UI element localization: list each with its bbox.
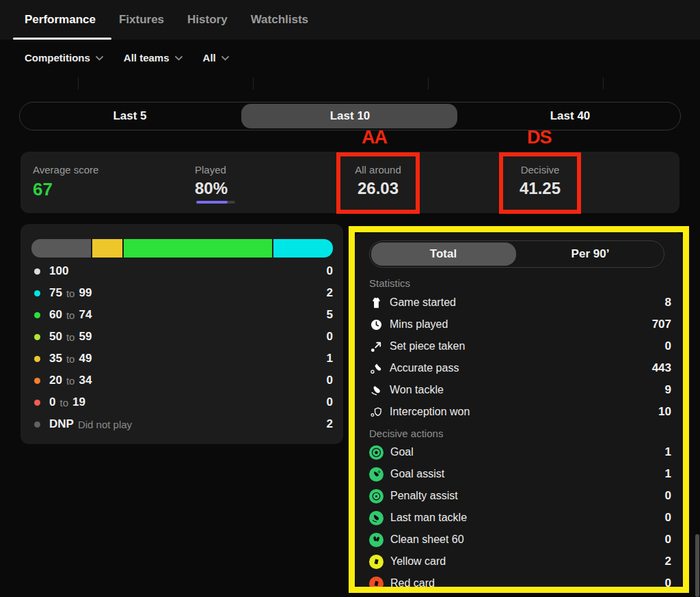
decisive-value: 41.25 (499, 179, 581, 198)
bar-segment-60to74 (124, 239, 273, 258)
pass-icon (369, 361, 383, 375)
legend-dot (34, 378, 40, 384)
legend-row-dnp: DNP Did not play 2 (34, 413, 333, 435)
legend-row-0to19: 0 to 19 0 (34, 391, 333, 413)
stat-row-goal: Goal 1 (369, 441, 677, 463)
bar-segment-35to49 (92, 239, 122, 258)
tab-watchlists[interactable]: Watchlists (251, 13, 308, 27)
gloves-icon (369, 533, 383, 547)
tackle-icon (369, 383, 383, 397)
column-divider (603, 77, 604, 89)
column-divider (253, 77, 254, 89)
average-score-label: Average score (33, 164, 98, 176)
legend-row-20to34: 20 to 34 0 (34, 370, 333, 391)
summary-card: Average score 67 Played 80% All around 2… (21, 152, 679, 213)
legend-dot (34, 356, 40, 362)
assist-icon (369, 467, 383, 482)
tab-per-90[interactable]: Per 90’ (517, 247, 664, 261)
stat-row-interception: Interception won 10 (369, 401, 677, 423)
column-divider (428, 77, 429, 89)
stat-row-penalty-assist: Penalty assist 0 (369, 485, 677, 507)
performance-screen: Performance Fixtures History Watchlists … (0, 0, 700, 597)
yellow-card-icon (369, 555, 383, 569)
legend-dot (34, 400, 40, 406)
range-segmented-control: Last 5 Last 10 Last 40 (19, 102, 681, 130)
goal-icon (369, 445, 383, 460)
stat-row-set-piece: Set piece taken 0 (369, 335, 677, 357)
score-distribution-card: 100 0 75 to 99 2 60 to 74 5 50 to 59 0 3… (21, 224, 343, 444)
competitions-dropdown[interactable]: Competitions (25, 51, 103, 64)
red-card-icon (369, 577, 383, 588)
all-around-value: 26.03 (337, 179, 419, 198)
range-option-last10[interactable]: Last 10 (240, 109, 460, 123)
legend-dot (34, 268, 40, 275)
all-dropdown[interactable]: All (203, 51, 229, 64)
annotation-ds-label: DS (527, 127, 552, 148)
bar-segment-75to99 (273, 239, 333, 258)
stat-row-game-started: Game started 8 (369, 292, 677, 314)
played-label: Played (195, 164, 226, 176)
tab-performance[interactable]: Performance (25, 13, 96, 27)
statistics-section-header: Statistics (369, 277, 410, 289)
chevron-down-icon (221, 51, 229, 64)
stat-row-clean-sheet: Clean sheet 60 0 (369, 529, 677, 551)
last-man-tackle-icon (369, 511, 383, 525)
played-progress-bar (196, 201, 235, 204)
clock-icon (369, 318, 383, 331)
all-around-label: All around (337, 164, 419, 176)
top-nav: Performance Fixtures History Watchlists (0, 0, 700, 40)
legend-dot (34, 334, 40, 340)
range-option-last40[interactable]: Last 40 (460, 109, 680, 123)
legend-row-75to99: 75 to 99 2 (34, 282, 333, 304)
range-option-last5[interactable]: Last 5 (20, 109, 240, 123)
stats-tab-control: Total Per 90’ (369, 240, 664, 268)
stat-row-red-card: Red card 0 (369, 572, 677, 587)
stat-row-accurate-pass: Accurate pass 443 (369, 357, 677, 379)
legend-row-100: 100 0 (34, 260, 333, 282)
jersey-icon (369, 296, 383, 309)
legend-row-35to49: 35 to 49 1 (34, 348, 333, 370)
stat-row-yellow-card: Yellow card 2 (369, 551, 677, 572)
scrollbar-thumb[interactable] (695, 534, 699, 597)
teams-dropdown[interactable]: All teams (124, 51, 183, 64)
chevron-down-icon (175, 51, 183, 64)
interception-icon (369, 405, 383, 419)
played-value: 80% (195, 179, 228, 198)
legend-dot (34, 290, 40, 296)
annotation-aa-label: AA (362, 127, 387, 148)
score-distribution-bar (31, 239, 333, 258)
stat-row-goal-assist: Goal assist 1 (369, 463, 677, 485)
stat-row-won-tackle: Won tackle 9 (369, 379, 677, 401)
legend-row-60to74: 60 to 74 5 (34, 304, 333, 326)
legend-dot (34, 312, 40, 318)
decisive-label: Decisive (499, 164, 581, 176)
penalty-spot-icon (369, 489, 383, 503)
stat-row-mins-played: Mins played 707 (369, 314, 677, 335)
column-divider (78, 77, 79, 89)
chevron-down-icon (96, 51, 103, 64)
average-score-value: 67 (33, 179, 53, 200)
legend-row-50to59: 50 to 59 0 (34, 326, 333, 348)
set-piece-icon (369, 339, 383, 353)
filter-bar: Competitions All teams All (0, 40, 700, 75)
legend-dot (34, 421, 40, 428)
tab-total[interactable]: Total (370, 247, 517, 261)
tab-fixtures[interactable]: Fixtures (119, 13, 164, 27)
tab-history[interactable]: History (187, 13, 228, 27)
decisive-section-header: Decisive actions (369, 428, 443, 439)
bar-segment-dnp (31, 239, 91, 258)
stats-panel: Total Per 90’ Statistics Game started 8 … (355, 232, 683, 587)
stat-row-last-man-tackle: Last man tackle 0 (369, 507, 677, 529)
